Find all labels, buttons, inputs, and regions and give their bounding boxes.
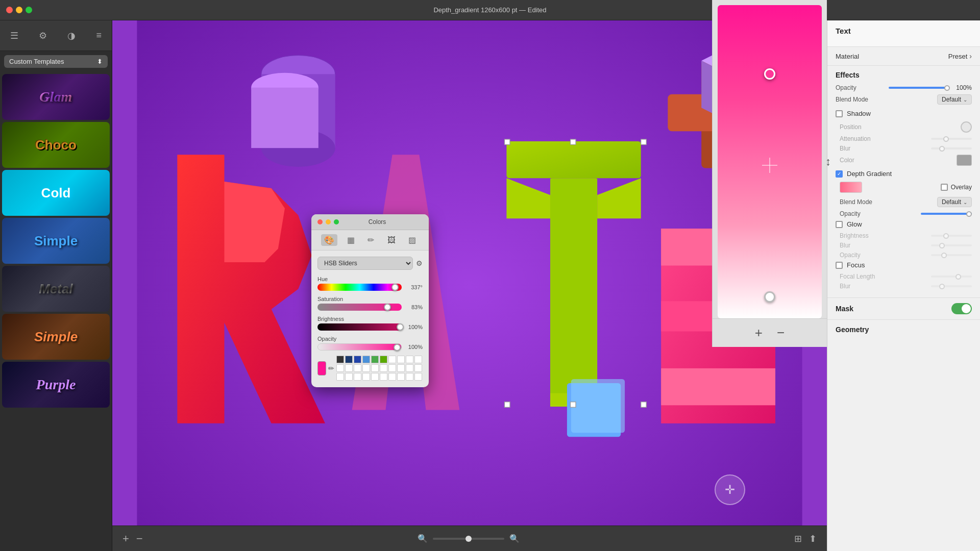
swatch-cell[interactable] [397, 373, 405, 381]
gradient-arrow-handle[interactable]: ↕ [825, 155, 831, 168]
saturation-thumb[interactable] [384, 304, 391, 311]
shadow-blur-thumb[interactable] [939, 146, 945, 152]
hamburger-menu-icon[interactable]: ☰ [10, 30, 18, 41]
swatch-cell[interactable] [406, 356, 413, 363]
swatch-cell[interactable] [345, 373, 353, 381]
slider-mode-select[interactable]: HSB Sliders [317, 257, 413, 270]
gradient-top-handle[interactable] [764, 68, 775, 80]
swatch-cell[interactable] [414, 373, 422, 381]
swatch-cell[interactable] [354, 364, 361, 372]
swatch-cell[interactable] [354, 356, 361, 363]
depth-gradient-swatch[interactable] [840, 182, 862, 193]
slider-mode-gear-icon[interactable]: ⚙ [416, 259, 423, 267]
stack-icon[interactable]: ≡ [96, 30, 102, 41]
swatch-cell[interactable] [336, 356, 344, 363]
shadow-blur-slider[interactable] [931, 147, 972, 149]
dialog-maximize[interactable] [334, 219, 339, 224]
blend-mode-select[interactable]: Default ⌄ [937, 94, 972, 105]
zoom-slider[interactable] [433, 538, 504, 540]
add-item-button[interactable]: + [122, 532, 129, 545]
template-item-simple-orange[interactable]: Simple [2, 314, 110, 360]
focus-blur-slider[interactable] [931, 285, 972, 287]
swatch-cell[interactable] [414, 356, 422, 363]
material-preset-button[interactable]: Preset › [948, 52, 972, 60]
shadow-color-swatch[interactable] [957, 155, 972, 166]
zoom-out-icon[interactable]: 🔍 [418, 534, 428, 543]
swatch-cell[interactable] [345, 356, 353, 363]
gradient-bottom-handle[interactable] [764, 291, 775, 303]
template-item-purple[interactable]: Purple [2, 362, 110, 408]
swatch-cell[interactable] [397, 356, 405, 363]
shadow-checkbox[interactable] [836, 110, 843, 117]
template-item-simple-blue[interactable]: Simple [2, 218, 110, 264]
color-wheel-tab[interactable]: 🎨 [321, 234, 337, 246]
overlay-checkbox[interactable] [941, 184, 948, 191]
opacity-track[interactable] [317, 343, 402, 350]
swatch-cell[interactable] [406, 373, 413, 381]
color-palette-tab[interactable]: ▨ [405, 234, 419, 246]
settings-icon[interactable]: ⚙ [39, 30, 47, 41]
glow-blur-thumb[interactable] [939, 243, 945, 248]
dialog-close[interactable] [317, 219, 323, 224]
hue-thumb[interactable] [391, 284, 399, 291]
swatch-cell[interactable] [388, 373, 396, 381]
hue-track[interactable] [317, 284, 402, 291]
mask-toggle[interactable] [951, 303, 972, 314]
remove-item-button[interactable]: − [136, 532, 143, 545]
eyedropper-icon[interactable]: ✏ [328, 364, 334, 372]
color-image-tab[interactable]: 🖼 [384, 235, 399, 246]
swatch-cell[interactable] [380, 373, 387, 381]
focus-blur-thumb[interactable] [939, 284, 945, 289]
grid-view-button[interactable]: ⊞ [794, 533, 802, 544]
swatch-cell[interactable] [371, 356, 379, 363]
shadow-position-control[interactable] [961, 121, 972, 133]
template-dropdown[interactable]: Custom Templates ⬍ [4, 55, 108, 68]
gradient-add-button[interactable]: + [755, 325, 763, 341]
swatch-cell[interactable] [380, 364, 387, 372]
color-sliders-tab[interactable]: ▦ [344, 234, 358, 246]
focus-checkbox[interactable] [836, 262, 843, 269]
saturation-track[interactable] [317, 304, 402, 311]
focal-length-thumb[interactable] [955, 274, 961, 280]
swatch-cell[interactable] [336, 364, 344, 372]
glow-checkbox[interactable] [836, 221, 843, 228]
swatch-cell[interactable] [388, 356, 396, 363]
glow-opacity-thumb[interactable] [941, 253, 947, 258]
brightness-track[interactable] [317, 323, 402, 331]
swatch-cell[interactable] [345, 364, 353, 372]
opacity-slider[interactable] [889, 87, 950, 89]
swatch-cell[interactable] [388, 364, 396, 372]
shadow-attenuation-thumb[interactable] [943, 136, 949, 142]
swatch-cell[interactable] [362, 364, 370, 372]
glow-brightness-thumb[interactable] [943, 233, 949, 239]
minimize-button[interactable] [16, 7, 22, 13]
template-item-metal[interactable]: Metal [2, 266, 110, 312]
gradient-remove-button[interactable]: − [777, 325, 785, 341]
swatch-cell[interactable] [380, 356, 387, 363]
swatch-cell[interactable] [371, 364, 379, 372]
maximize-button[interactable] [26, 7, 32, 13]
move-handle[interactable]: ✛ [715, 474, 745, 505]
glow-opacity-slider[interactable] [931, 254, 972, 256]
close-button[interactable] [6, 7, 13, 13]
color-pencil-tab[interactable]: ✏ [364, 234, 377, 246]
glow-brightness-slider[interactable] [931, 235, 972, 237]
swatch-cell[interactable] [371, 373, 379, 381]
dialog-minimize[interactable] [326, 219, 331, 224]
zoom-thumb[interactable] [465, 536, 472, 542]
brightness-thumb[interactable] [397, 323, 404, 331]
swatch-cell[interactable] [354, 373, 361, 381]
focal-length-slider[interactable] [931, 276, 972, 278]
swatch-cell[interactable] [397, 364, 405, 372]
template-item-choco[interactable]: Choco [2, 122, 110, 168]
swatch-cell[interactable] [362, 356, 370, 363]
dg-blend-mode-select[interactable]: Default ⌄ [937, 197, 972, 207]
opacity-thumb[interactable] [394, 344, 401, 351]
zoom-in-icon[interactable]: 🔍 [509, 534, 520, 543]
swatch-cell[interactable] [362, 373, 370, 381]
swatch-cell[interactable] [414, 364, 422, 372]
template-item-glam[interactable]: Glam [2, 74, 110, 120]
shadow-attenuation-slider[interactable] [931, 138, 972, 140]
swatch-cell[interactable] [336, 373, 344, 381]
swatch-cell[interactable] [406, 364, 413, 372]
